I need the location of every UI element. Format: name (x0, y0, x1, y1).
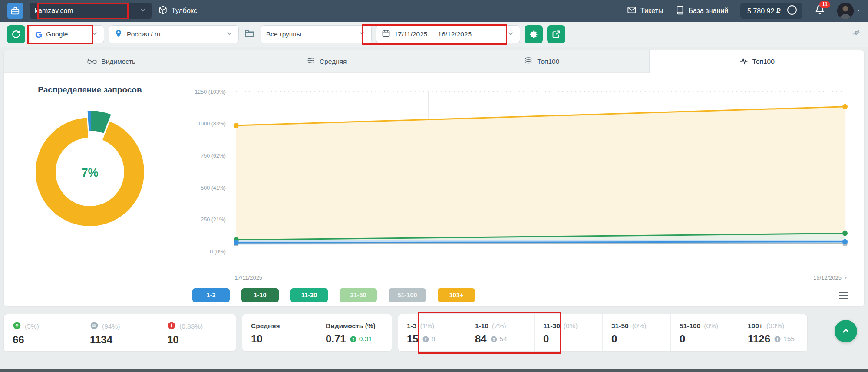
line-chart[interactable] (232, 85, 849, 272)
stat-delta: 54 (490, 335, 507, 343)
layers-icon (524, 56, 533, 67)
refresh-button[interactable] (7, 25, 25, 43)
settings-button[interactable] (525, 25, 543, 43)
stat-cell-srednyaya[interactable]: Средняя 10 (242, 314, 317, 351)
stat-value: 10 (167, 335, 179, 345)
y-axis: 1250 (103%)1000 (83%)750 (62%)500 (41%)2… (176, 85, 232, 281)
tab-label: Средняя (320, 58, 347, 66)
y-axis-tick: 1000 (83%) (198, 121, 226, 127)
legend-chip-11-30[interactable]: 11-30 (290, 288, 328, 302)
stat-value: 84 (475, 334, 487, 344)
tickets-link[interactable]: Тикеты (627, 5, 663, 16)
series-dot-1-10 (842, 230, 848, 236)
scroll-to-top-button[interactable] (835, 320, 857, 342)
date-range-select[interactable]: 17/11/2025 — 16/12/2025 (376, 25, 520, 43)
tab-top100-dynamics[interactable]: Топ100 (650, 50, 865, 73)
x-axis-end-date: 15/12/2025 (813, 274, 842, 281)
briefcase-icon[interactable] (7, 3, 23, 19)
bottom-edge (0, 369, 868, 372)
book-icon (675, 6, 684, 16)
stat-label: 51-100 (680, 322, 700, 330)
region-value: Россия / ru (127, 30, 161, 38)
chevron-down-icon (139, 6, 147, 16)
stat-cell-31-50[interactable]: 31-50 (0%) 0 (603, 314, 671, 351)
series-dot-1-3 (842, 239, 848, 244)
stat-label: 100+ (748, 322, 763, 330)
legend-chip-101plus[interactable]: 101+ (438, 288, 475, 302)
glasses-icon (87, 56, 97, 67)
region-select[interactable]: Россия / ru (109, 25, 239, 43)
balance-amount: 5 780.92 ₽ (747, 7, 781, 15)
y-axis-tick: 750 (62%) (201, 153, 226, 159)
stat-value: 15 (407, 334, 419, 344)
stat-cell-vidimost[interactable]: Видимость (%) 0.71 0.31 (317, 314, 392, 351)
chart-menu-icon[interactable] (839, 292, 848, 299)
stat-delta: 0.31 (350, 335, 372, 343)
user-menu[interactable] (837, 3, 861, 19)
stat-cell-down[interactable]: (0.83%) 10 (158, 314, 236, 351)
legend-chip-51-100[interactable]: 51-100 (389, 288, 426, 302)
export-button[interactable] (547, 25, 565, 43)
stat-cell-1-3[interactable]: 1-3 (1%) 15 8 (398, 314, 466, 351)
ranges-card: 1-3 (1%) 15 8 1-10 (7%) 84 54 11-30 (0 (398, 314, 808, 352)
donut-segment-100plus (33, 115, 148, 230)
stat-pct: (7%) (492, 322, 506, 330)
stat-cell-1-10[interactable]: 1-10 (7%) 84 54 (466, 314, 535, 351)
knowledge-base-link[interactable]: База знаний (675, 6, 728, 16)
line-chart-section: 1250 (103%)1000 (83%)750 (62%)500 (41%)2… (176, 73, 864, 307)
balance-widget[interactable]: 5 780.92 ₽ (740, 3, 802, 19)
arrow-right-icon[interactable] (842, 275, 849, 281)
stat-value: 10 (251, 334, 263, 344)
series-dot-1-3 (234, 240, 239, 245)
legend-chip-31-50[interactable]: 31-50 (340, 288, 377, 302)
location-pin-icon (114, 29, 123, 40)
stat-cell-up[interactable]: (5%) 66 (4, 314, 81, 351)
folder-icon[interactable] (244, 28, 255, 40)
stat-pct: (5%) (25, 323, 39, 330)
stat-cell-11-30[interactable]: 11-30 (0%) 0 (535, 314, 603, 351)
stat-delta: 155 (774, 335, 795, 343)
chevron-down-icon (507, 30, 515, 39)
stat-label: 31-50 (611, 322, 629, 330)
dynamics-card: (5%) 66 (94%) 1134 (0.83%) (3, 314, 236, 352)
pin-icon[interactable] (852, 29, 861, 40)
report-card: Видимость Средняя Топ100 (3, 50, 865, 307)
toolbox-menu[interactable]: Тулбокс (158, 5, 197, 16)
dash-circle-icon (90, 321, 99, 332)
series-dot-100+ (234, 123, 239, 128)
search-engine-value: Google (46, 30, 68, 38)
series-fill-100+ (236, 107, 845, 244)
donut-chart[interactable]: 7% (29, 111, 151, 234)
x-axis-labels: 17/11/2025 15/12/2025 (232, 272, 849, 281)
stat-label: 11-30 (543, 322, 560, 330)
stat-cell-51-100[interactable]: 51-100 (0%) 0 (671, 314, 739, 351)
tab-srednyaya[interactable]: Средняя (219, 50, 435, 73)
project-selector[interactable]: kamzav.com (30, 3, 152, 19)
toolbox-label: Тулбокс (172, 7, 197, 15)
notifications-badge: 11 (819, 1, 830, 8)
stat-cell-100plus[interactable]: 100+ (93%) 1126 155 (739, 314, 807, 351)
legend-chip-1-10[interactable]: 1-10 (241, 288, 279, 302)
y-axis-tick: 500 (41%) (201, 185, 226, 191)
legend-chip-1-3[interactable]: 1-3 (192, 288, 230, 302)
cube-icon (158, 5, 168, 16)
stat-pct: (93%) (766, 322, 784, 330)
arrow-down-circle-icon (167, 321, 176, 332)
stat-label: 1-3 (407, 322, 416, 330)
plus-circle-icon (787, 5, 797, 17)
plot-column: 17/11/2025 15/12/2025 (232, 85, 849, 281)
stats-row: (5%) 66 (94%) 1134 (0.83%) (3, 314, 865, 352)
header-right: Тикеты База знаний 5 780.92 ₽ (627, 3, 861, 19)
chart-area: 1250 (103%)1000 (83%)750 (62%)500 (41%)2… (176, 85, 849, 281)
stat-cell-same[interactable]: (94%) 1134 (81, 314, 158, 351)
tab-top100-layers[interactable]: Топ100 (434, 50, 650, 73)
calendar-icon (382, 29, 390, 40)
notifications-bell[interactable]: 11 (815, 5, 825, 17)
donut-title: Распределение запросов (4, 85, 176, 95)
stat-value: 1134 (90, 335, 112, 345)
search-engine-select[interactable]: G Google (30, 25, 104, 43)
averages-card: Средняя 10 Видимость (%) 0.71 0.31 (242, 314, 392, 352)
stat-pct: (1%) (420, 322, 434, 330)
tab-vidimost[interactable]: Видимость (4, 50, 219, 73)
groups-select[interactable]: Все группы (261, 25, 372, 43)
